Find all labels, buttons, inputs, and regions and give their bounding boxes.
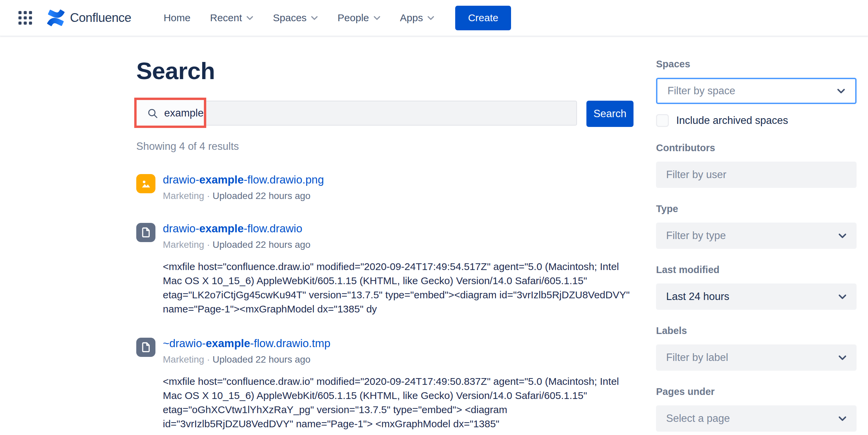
- document-file-icon: [140, 341, 152, 353]
- result-title-link[interactable]: ~drawio-example-flow.drawio.tmp: [163, 337, 634, 350]
- search-input[interactable]: example: [136, 101, 577, 125]
- pages-under-select[interactable]: Select a page: [656, 405, 857, 432]
- result-type-icon: [136, 338, 155, 357]
- filter-by-space-placeholder: Filter by space: [668, 85, 736, 97]
- result-meta: Marketing · Uploaded 22 hours ago: [163, 354, 634, 365]
- nav-item-spaces[interactable]: Spaces: [273, 12, 318, 24]
- filters-sidebar: Spaces Filter by space Include archived …: [656, 36, 857, 432]
- result-uploaded: Uploaded 22 hours ago: [213, 191, 311, 201]
- result-uploaded: Uploaded 22 hours ago: [213, 239, 311, 250]
- search-result-row: drawio-example-flow.drawio Marketing · U…: [136, 222, 634, 316]
- meta-separator: ·: [207, 354, 213, 365]
- chevron-down-icon: [838, 416, 846, 421]
- search-icon: [147, 108, 158, 119]
- filter-by-user-input[interactable]: Filter by user: [656, 162, 857, 188]
- filter-by-label-select[interactable]: Filter by label: [656, 344, 857, 371]
- create-button[interactable]: Create: [455, 6, 511, 30]
- meta-separator: ·: [207, 239, 213, 250]
- filter-label-labels: Labels: [656, 325, 857, 336]
- document-file-icon: [140, 227, 152, 238]
- results-summary: Showing 4 of 4 results: [136, 140, 634, 152]
- search-button[interactable]: Search: [586, 101, 633, 127]
- chevron-down-icon: [427, 16, 434, 20]
- result-body: ~drawio-example-flow.drawio.tmp Marketin…: [163, 337, 634, 431]
- result-meta: Marketing · Uploaded 22 hours ago: [163, 239, 634, 250]
- chevron-down-icon: [838, 294, 846, 299]
- meta-separator: ·: [207, 191, 213, 201]
- app-switcher-icon[interactable]: [18, 10, 33, 26]
- filter-label-contributors: Contributors: [656, 142, 857, 153]
- nav-item-label: Apps: [400, 12, 423, 24]
- nav-item-home[interactable]: Home: [163, 12, 190, 24]
- last-modified-select[interactable]: Last 24 hours: [656, 284, 857, 310]
- top-navbar: Confluence HomeRecent Spaces People Apps…: [0, 0, 868, 36]
- include-archived-checkbox[interactable]: [656, 114, 669, 127]
- nav-item-label: Home: [163, 12, 190, 24]
- chevron-down-icon: [838, 355, 846, 360]
- result-uploaded: Uploaded 22 hours ago: [213, 354, 311, 365]
- nav-item-label: People: [337, 12, 369, 24]
- chevron-down-icon: [311, 16, 318, 20]
- filter-label-type: Type: [656, 203, 857, 214]
- result-title-link[interactable]: drawio-example-flow.drawio.png: [163, 173, 324, 186]
- chevron-down-icon: [837, 89, 845, 94]
- result-space: Marketing: [163, 191, 204, 201]
- filter-label-pages-under: Pages under: [656, 386, 857, 397]
- search-row: example Search: [136, 101, 634, 127]
- search-main-column: Search example Search Showing 4 of 4 res…: [136, 36, 634, 435]
- filter-by-space-select[interactable]: Filter by space: [656, 78, 857, 104]
- include-archived-label: Include archived spaces: [676, 114, 788, 126]
- filter-by-type-placeholder: Filter by type: [666, 230, 726, 242]
- nav-links: HomeRecent Spaces People Apps: [163, 12, 434, 24]
- last-modified-value: Last 24 hours: [666, 291, 730, 303]
- filter-by-user-placeholder: Filter by user: [666, 169, 726, 181]
- nav-item-label: Spaces: [273, 12, 307, 24]
- filter-label-last-modified: Last modified: [656, 264, 857, 276]
- confluence-search-page: Confluence HomeRecent Spaces People Apps…: [0, 0, 868, 435]
- results-list: drawio-example-flow.drawio.png Marketing…: [136, 173, 634, 435]
- archived-spaces-row: Include archived spaces: [656, 114, 857, 127]
- filter-by-label-placeholder: Filter by label: [666, 351, 728, 364]
- filter-by-type-select[interactable]: Filter by type: [656, 223, 857, 249]
- result-excerpt: <mxfile host="confluence.draw.io" modifi…: [163, 260, 634, 316]
- result-meta: Marketing · Uploaded 22 hours ago: [163, 191, 324, 201]
- search-result-row: ~drawio-example-flow.drawio.tmp Marketin…: [136, 337, 634, 431]
- result-type-icon: [136, 174, 155, 193]
- pages-under-placeholder: Select a page: [666, 412, 730, 425]
- chevron-down-icon: [373, 16, 380, 20]
- chevron-down-icon: [838, 233, 846, 238]
- result-space: Marketing: [163, 239, 204, 250]
- search-query-text: example: [164, 107, 204, 119]
- nav-item-label: Recent: [210, 12, 242, 24]
- page-title: Search: [136, 57, 634, 85]
- nav-item-recent[interactable]: Recent: [210, 12, 253, 24]
- result-body: drawio-example-flow.drawio.png Marketing…: [163, 173, 324, 201]
- nav-item-people[interactable]: People: [337, 12, 380, 24]
- grid-icon: [18, 10, 33, 25]
- image-file-icon: [140, 178, 152, 190]
- filter-label-spaces: Spaces: [656, 59, 857, 70]
- search-result-row: drawio-example-flow.drawio.png Marketing…: [136, 173, 634, 201]
- confluence-brand[interactable]: Confluence: [47, 9, 131, 26]
- result-excerpt: <mxfile host="confluence.draw.io" modifi…: [163, 374, 634, 431]
- result-title-link[interactable]: drawio-example-flow.drawio: [163, 222, 634, 235]
- chevron-down-icon: [246, 16, 253, 20]
- confluence-logo-icon: [47, 9, 65, 26]
- result-type-icon: [136, 223, 155, 242]
- result-space: Marketing: [163, 354, 204, 365]
- nav-item-apps[interactable]: Apps: [400, 12, 434, 24]
- brand-name: Confluence: [70, 11, 131, 25]
- result-body: drawio-example-flow.drawio Marketing · U…: [163, 222, 634, 316]
